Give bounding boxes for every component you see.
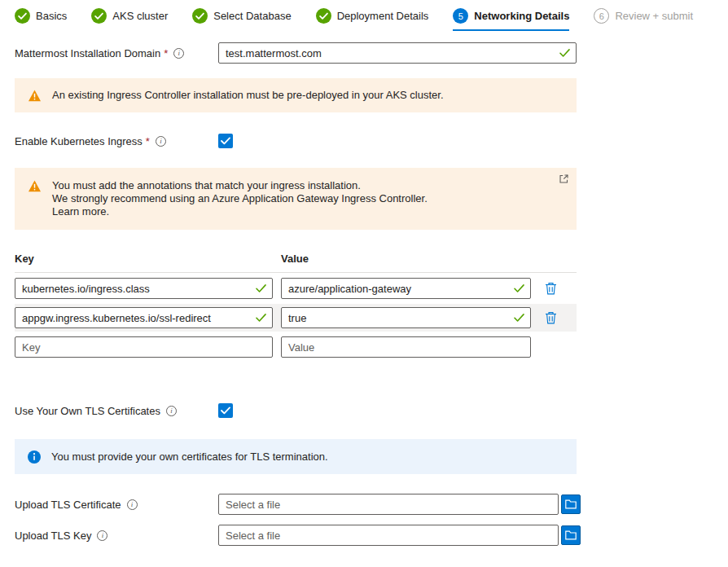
learn-more-link[interactable]: Learn more.	[52, 205, 428, 218]
delete-row-button[interactable]	[541, 279, 560, 298]
valid-check-icon	[514, 284, 524, 293]
required-marker: *	[164, 47, 168, 59]
tab-deployment-details[interactable]: Deployment Details	[316, 8, 429, 31]
enable-ingress-label-text: Enable Kubernetes Ingress	[15, 135, 143, 147]
valid-check-icon	[559, 49, 570, 58]
own-tls-row: Use Your Own TLS Certificates i	[15, 403, 728, 418]
step-complete-icon	[316, 8, 331, 24]
required-marker: *	[146, 135, 150, 147]
tab-networking-details[interactable]: 5 Networking Details	[453, 8, 569, 31]
tab-select-database[interactable]: Select Database	[192, 8, 291, 31]
tab-label-select-database: Select Database	[213, 10, 291, 22]
valid-check-icon	[256, 284, 266, 293]
ingress-warning-banner: An existing Ingress Controller installat…	[15, 78, 577, 112]
own-tls-checkbox[interactable]	[218, 403, 233, 418]
browse-file-button[interactable]	[561, 525, 581, 545]
annotation-value-input[interactable]	[281, 307, 531, 328]
key-column-header: Key	[15, 253, 281, 265]
annotation-row-new	[15, 333, 577, 361]
annotations-table: Key Value	[15, 253, 577, 361]
annotations-warning-banner: You must add the annotations that match …	[15, 168, 577, 230]
delete-row-button[interactable]	[541, 308, 560, 327]
tab-label-networking-details: Networking Details	[474, 10, 569, 22]
info-icon[interactable]: i	[166, 406, 177, 416]
open-in-new-window-icon[interactable]	[559, 174, 568, 183]
upload-cert-label-text: Upload TLS Certificate	[15, 499, 121, 511]
tab-aks-cluster[interactable]: AKS cluster	[91, 8, 168, 31]
info-icon[interactable]: i	[156, 136, 166, 147]
domain-field-label: Mattermost Installation Domain * i	[15, 47, 218, 59]
tab-label-review-submit: Review + submit	[615, 10, 693, 22]
value-column-header: Value	[281, 253, 309, 265]
enable-ingress-checkbox[interactable]	[218, 134, 233, 148]
domain-input[interactable]	[218, 42, 577, 64]
warning-icon	[28, 180, 42, 192]
own-tls-label-text: Use Your Own TLS Certificates	[15, 405, 160, 417]
domain-label-text: Mattermost Installation Domain	[15, 47, 160, 59]
browse-file-button[interactable]	[561, 494, 581, 514]
own-tls-label: Use Your Own TLS Certificates i	[15, 405, 218, 417]
tab-basics[interactable]: Basics	[15, 8, 67, 31]
upload-key-row: Upload TLS Key i	[15, 525, 728, 546]
tls-key-file-input[interactable]	[218, 525, 559, 546]
enable-ingress-row: Enable Kubernetes Ingress * i	[15, 134, 728, 148]
tls-certificate-file-input[interactable]	[218, 494, 559, 515]
tls-info-banner: You must provide your own certificates f…	[15, 439, 577, 474]
step-complete-icon	[15, 8, 30, 24]
step-complete-icon	[91, 8, 107, 24]
info-icon[interactable]: i	[97, 530, 107, 541]
annotations-warning-line2: We strongly recommend using an Azure App…	[52, 192, 428, 205]
tab-label-aks-cluster: AKS cluster	[112, 10, 168, 22]
domain-field-row: Mattermost Installation Domain * i	[15, 42, 728, 64]
warning-icon	[28, 90, 42, 102]
info-icon[interactable]: i	[127, 499, 138, 510]
tls-info-text: You must provide your own certificates f…	[51, 451, 328, 464]
enable-ingress-label: Enable Kubernetes Ingress * i	[15, 135, 218, 147]
step-number-icon: 6	[594, 8, 609, 24]
annotation-key-input[interactable]	[15, 278, 273, 299]
upload-key-label-text: Upload TLS Key	[15, 530, 91, 542]
annotation-value-input-empty[interactable]	[281, 336, 531, 358]
annotation-row-1	[15, 275, 577, 302]
annotation-value-input[interactable]	[281, 278, 531, 299]
info-icon[interactable]: i	[173, 48, 184, 59]
step-complete-icon	[192, 8, 208, 24]
step-number-icon: 5	[453, 8, 468, 24]
wizard-steps: Basics AKS cluster Select Database Deplo…	[0, 0, 728, 31]
annotation-row-2	[15, 304, 577, 332]
valid-check-icon	[514, 314, 524, 323]
upload-key-label: Upload TLS Key i	[15, 530, 218, 542]
upload-cert-row: Upload TLS Certificate i	[15, 494, 728, 515]
annotations-warning-line1: You must add the annotations that match …	[52, 179, 428, 192]
annotations-table-header: Key Value	[15, 253, 577, 273]
info-circle-icon	[28, 451, 41, 464]
annotation-key-input[interactable]	[15, 307, 273, 328]
upload-cert-label: Upload TLS Certificate i	[15, 499, 218, 511]
tab-label-basics: Basics	[36, 10, 67, 22]
tab-review-submit[interactable]: 6 Review + submit	[594, 8, 693, 31]
tab-label-deployment-details: Deployment Details	[337, 10, 429, 22]
ingress-warning-text: An existing Ingress Controller installat…	[52, 89, 444, 102]
valid-check-icon	[256, 314, 266, 323]
annotation-key-input-empty[interactable]	[15, 336, 273, 358]
